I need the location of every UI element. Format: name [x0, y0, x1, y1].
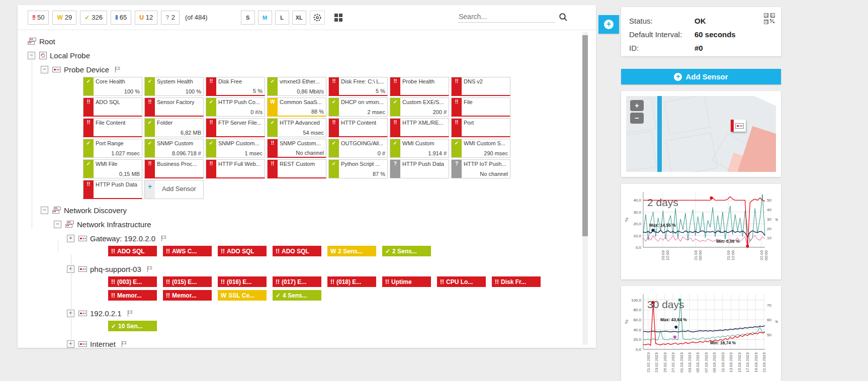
- sensor-tile[interactable]: !!Port: [451, 118, 510, 137]
- sensor-tile[interactable]: ✓DHCP on vmxn...2 msec: [328, 98, 388, 117]
- size-button-s[interactable]: S: [241, 11, 255, 25]
- sensor-chip[interactable]: !!ADO SQL: [218, 246, 267, 256]
- status-count-up[interactable]: ✓326: [80, 11, 107, 25]
- expand-toggle[interactable]: +: [67, 235, 74, 242]
- map-zoom-in-button[interactable]: +: [630, 100, 644, 111]
- sensor-tile[interactable]: !!ADO SQL: [83, 98, 142, 117]
- sensor-tile[interactable]: ✓WMI File0,15 MB: [83, 159, 142, 178]
- map-device-marker[interactable]: [731, 120, 746, 132]
- sensor-chip[interactable]: !!(016) E...: [218, 276, 267, 287]
- status-count-unusual[interactable]: U12: [135, 11, 157, 25]
- sensor-chip[interactable]: !!Memor...: [108, 290, 157, 301]
- sensor-tile[interactable]: ✓System Health100 %: [144, 77, 204, 96]
- sensor-chip[interactable]: !!Memor...: [163, 290, 212, 301]
- sensor-tile[interactable]: ✓WMI Custom1.914 #: [390, 139, 449, 158]
- sensor-tile[interactable]: !!File: [451, 98, 510, 117]
- sensor-tile[interactable]: !!Sensor Factory: [144, 98, 204, 117]
- graph-2-days[interactable]: 0,010,020,030,040,01020304050%#20.0312:0…: [621, 184, 781, 279]
- sensor-chip[interactable]: !!CPU Lo...: [437, 276, 486, 287]
- add-sensor-tile[interactable]: +Add Sensor: [144, 180, 204, 199]
- sensor-tile[interactable]: ✓SNMP Custom...1 msec: [206, 139, 265, 158]
- sensor-tile[interactable]: !!File Content: [83, 118, 142, 137]
- tree-label[interactable]: Local Probe: [50, 51, 90, 60]
- settings-gear-button[interactable]: [310, 11, 325, 25]
- sensor-tile[interactable]: ✓SNMP Custom8.096.718 #: [144, 139, 204, 158]
- view-grid-icon[interactable]: [334, 14, 342, 22]
- priority-flag-icon[interactable]: [127, 310, 134, 317]
- sensor-chip[interactable]: !!ADO SQL: [273, 246, 321, 256]
- scrollbar[interactable]: [582, 32, 588, 345]
- status-count-paused[interactable]: II65: [111, 11, 131, 25]
- sensor-chip[interactable]: WSSL Ce...: [218, 290, 267, 301]
- sensor-tile[interactable]: ✓WMI Custom S...290 msec: [451, 139, 510, 158]
- sensor-tile[interactable]: !!HTTP Push Data: [83, 180, 142, 199]
- sensor-tile[interactable]: ✓HTTP Advanced54 msec: [267, 118, 326, 137]
- size-button-m[interactable]: M: [258, 11, 272, 25]
- sensor-chip[interactable]: !!ADO SQL: [108, 246, 157, 256]
- sensor-tile[interactable]: !!REST Custom: [267, 159, 326, 178]
- sensor-tile[interactable]: !!Business Proc...: [144, 159, 204, 178]
- sensor-tile[interactable]: !!DNS v2: [451, 77, 510, 96]
- sensor-tile[interactable]: ?HTTP Push Data: [390, 159, 449, 178]
- sensor-tile[interactable]: !!SNMP Custom...No channel: [267, 139, 326, 158]
- collapse-toggle[interactable]: −: [54, 221, 61, 228]
- size-button-l[interactable]: L: [275, 11, 289, 25]
- sensor-chip[interactable]: !!Uptime: [382, 276, 431, 287]
- sensor-tile[interactable]: !!Probe Health: [390, 77, 449, 96]
- collapse-toggle[interactable]: −: [41, 66, 48, 73]
- sensor-chip[interactable]: !!(015) E...: [163, 276, 212, 287]
- sensor-chip[interactable]: !!Disk Fr...: [492, 276, 541, 287]
- sensor-chip[interactable]: ✓10 Sen...: [108, 321, 157, 331]
- search-icon[interactable]: [558, 12, 568, 22]
- sensor-tile[interactable]: !!FTP Server File...: [206, 118, 265, 137]
- sensor-chip[interactable]: W2 Sens...: [327, 246, 376, 256]
- sensor-tile[interactable]: !!HTTP Full Web...: [206, 159, 265, 178]
- qr-code-icon[interactable]: [764, 13, 775, 26]
- add-sensor-button[interactable]: + Add Sensor: [621, 69, 781, 84]
- tree-label[interactable]: 192.0.2.1: [90, 309, 122, 318]
- status-count-down[interactable]: !!50: [28, 11, 49, 25]
- graph-30-days[interactable]: 0,020,040,060,080,0100,0506070%#21.02.20…: [621, 286, 781, 381]
- priority-flag-icon[interactable]: [160, 235, 167, 242]
- sensor-tile[interactable]: !!HTTP Content: [328, 118, 388, 137]
- sensor-tile[interactable]: !!Disk Free: C:\ L...5 %: [328, 77, 388, 96]
- sensor-tile[interactable]: WCommon SaaS...88 %: [267, 98, 326, 117]
- tree-label[interactable]: Root: [39, 37, 55, 46]
- sensor-tile[interactable]: ✓vmxnet3 Ether...0,86 Mbit/s: [267, 77, 326, 96]
- sensor-chip-label: Uptime: [391, 278, 412, 285]
- collapse-toggle[interactable]: −: [41, 207, 48, 214]
- sensor-chip[interactable]: !!AWS C...: [163, 246, 212, 256]
- geo-map[interactable]: + −: [626, 96, 776, 172]
- priority-flag-icon[interactable]: [146, 265, 153, 273]
- sensor-tile[interactable]: ✓Port Range1.027 msec: [83, 139, 142, 158]
- tree-label[interactable]: Network Discovery: [64, 206, 127, 215]
- tree-label[interactable]: phq-support-03: [90, 265, 141, 273]
- tree-label[interactable]: Gateway: 192.0.2.0: [90, 234, 155, 243]
- scrollbar-thumb[interactable]: [582, 35, 588, 236]
- search-input[interactable]: [458, 11, 555, 23]
- size-button-xl[interactable]: XL: [292, 11, 306, 25]
- sensor-tile[interactable]: ✓Custom EXE/S...200 #: [390, 98, 449, 117]
- sensor-tile[interactable]: ✓Python Script ...87 %: [328, 159, 388, 178]
- sensor-tile[interactable]: !!Disk Free5 %: [206, 77, 265, 96]
- sensor-chip[interactable]: !!(017) E...: [273, 276, 321, 287]
- floating-add-button[interactable]: +: [598, 15, 619, 34]
- sensor-tile[interactable]: ?HTTP IoT Push...No channel: [451, 159, 510, 178]
- sensor-chip[interactable]: ✓2 Sens...: [382, 246, 431, 256]
- tree-label[interactable]: Internet: [90, 340, 116, 348]
- sensor-chip[interactable]: !!(018) E...: [327, 276, 376, 287]
- sensor-tile[interactable]: !!HTTP XML/RE...: [390, 118, 449, 137]
- sensor-tile[interactable]: ✓OUTGOING/All...0 #: [328, 139, 388, 158]
- priority-flag-icon[interactable]: [114, 66, 121, 73]
- priority-flag-icon[interactable]: [121, 340, 128, 348]
- status-count-unknown[interactable]: ?2: [161, 11, 180, 25]
- sensor-chip[interactable]: !!(003) E...: [108, 276, 157, 287]
- sensor-tile[interactable]: ✓Folder6,82 MB: [144, 118, 204, 137]
- sensor-tile[interactable]: ✓HTTP Push Co...0 #/s: [206, 98, 265, 117]
- map-zoom-out-button[interactable]: −: [630, 113, 644, 124]
- tree-label[interactable]: Network Infrastructure: [77, 220, 151, 229]
- status-count-warn[interactable]: W29: [52, 11, 76, 25]
- sensor-chip[interactable]: ✓4 Sens...: [273, 290, 321, 301]
- sensor-tile[interactable]: ✓Core Health100 %: [83, 77, 142, 96]
- tree-label[interactable]: Probe Device: [64, 65, 109, 74]
